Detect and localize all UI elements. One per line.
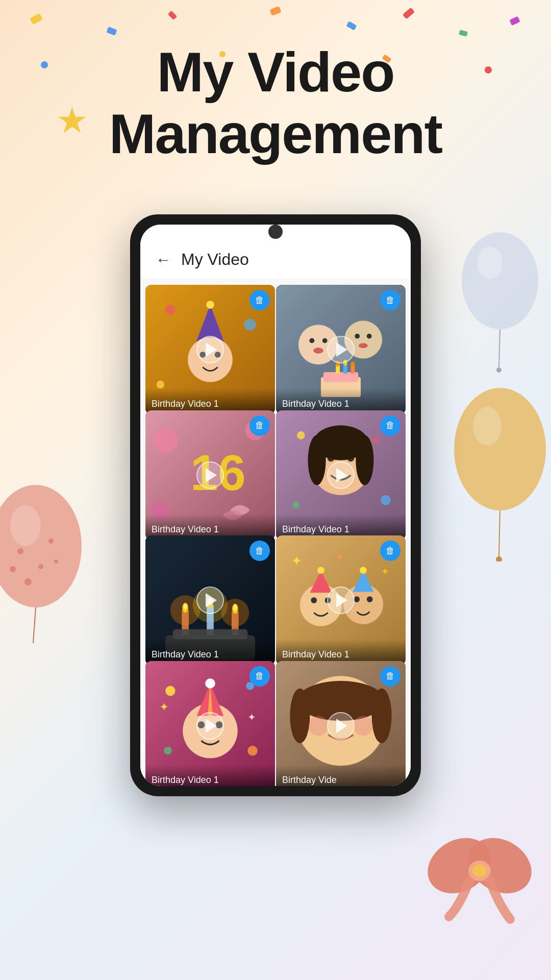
phone-screen: ← My Video: [140, 225, 411, 786]
play-icon-4: [336, 468, 347, 482]
video-card-4[interactable]: 🗑 Birthday Video 1: [276, 410, 406, 540]
svg-point-7: [54, 559, 58, 564]
video-label-7: Birthday Video 1: [145, 765, 275, 787]
svg-point-31: [244, 318, 256, 330]
trash-icon-8: 🗑: [386, 671, 395, 681]
screen-title: My Video: [181, 250, 249, 269]
trash-icon-3: 🗑: [255, 420, 264, 431]
trash-icon-1: 🗑: [255, 295, 264, 306]
video-grid: 🗑 Birthday Video 1: [140, 280, 411, 786]
svg-point-40: [355, 334, 360, 339]
video-card-3[interactable]: 16 🗑: [145, 410, 275, 540]
svg-point-107: [205, 678, 215, 689]
video-card-2[interactable]: 🗑 Birthday Video 1: [276, 285, 406, 414]
play-button-6[interactable]: [327, 586, 355, 614]
play-button-5[interactable]: [196, 586, 224, 614]
svg-text:✦: ✦: [291, 553, 303, 569]
svg-point-30: [165, 305, 176, 315]
svg-point-65: [297, 431, 305, 439]
delete-button-4[interactable]: 🗑: [380, 415, 400, 436]
svg-point-16: [496, 556, 502, 561]
balloon-right-top: [454, 230, 546, 375]
svg-point-22: [472, 865, 487, 877]
svg-point-32: [156, 381, 164, 389]
svg-point-111: [247, 746, 258, 756]
svg-point-4: [24, 578, 32, 585]
video-card-8[interactable]: 🗑 Birthday Vide: [276, 661, 406, 787]
video-card-1[interactable]: 🗑 Birthday Video 1: [145, 285, 275, 414]
svg-point-124: [290, 688, 310, 743]
svg-text:✦: ✦: [159, 700, 169, 713]
svg-point-12: [496, 368, 502, 373]
svg-point-88: [311, 597, 317, 603]
svg-text:✦: ✦: [247, 712, 256, 723]
svg-point-67: [381, 495, 391, 505]
balloon-left-large: [0, 485, 87, 650]
svg-point-50: [351, 361, 355, 368]
svg-point-91: [317, 567, 324, 574]
play-button-8[interactable]: [327, 712, 355, 740]
play-icon-6: [336, 593, 347, 607]
svg-point-108: [165, 685, 176, 696]
svg-point-68: [292, 501, 299, 508]
play-button-4[interactable]: [327, 461, 355, 489]
delete-button-2[interactable]: 🗑: [380, 290, 400, 310]
svg-line-15: [499, 510, 500, 556]
play-icon-7: [206, 719, 217, 733]
svg-point-54: [153, 428, 178, 453]
trash-icon-2: 🗑: [386, 295, 395, 306]
svg-text:✦: ✦: [381, 566, 390, 578]
svg-point-38: [313, 348, 323, 354]
svg-point-6: [10, 566, 16, 572]
svg-point-66: [373, 437, 379, 443]
delete-button-6[interactable]: 🗑: [380, 541, 400, 561]
delete-button-1[interactable]: 🗑: [249, 290, 270, 310]
balloon-right-mid: [449, 383, 551, 564]
svg-point-36: [309, 338, 314, 344]
phone-frame: ← My Video: [130, 214, 421, 796]
play-icon-8: [336, 719, 347, 733]
svg-point-9: [462, 232, 538, 329]
video-card-5[interactable]: 🗑 Birthday Video 1: [145, 535, 275, 665]
svg-point-10: [477, 247, 503, 279]
back-button[interactable]: ←: [156, 251, 171, 268]
bow-decoration: [423, 825, 536, 929]
svg-rect-84: [173, 629, 248, 640]
svg-point-64: [356, 435, 373, 485]
svg-rect-44: [323, 372, 358, 382]
play-button-7[interactable]: [196, 712, 224, 740]
svg-point-2: [17, 548, 23, 554]
svg-point-37: [322, 338, 328, 344]
video-label-8: Birthday Vide: [276, 765, 406, 787]
delete-button-8[interactable]: 🗑: [380, 666, 400, 687]
phone-notch: [268, 225, 283, 239]
trash-icon-4: 🗑: [386, 420, 395, 431]
svg-point-63: [308, 435, 326, 485]
svg-point-125: [372, 688, 392, 743]
svg-point-41: [367, 334, 372, 339]
svg-point-1: [10, 505, 41, 546]
star-decoration: ★: [56, 100, 88, 141]
play-button-2[interactable]: [327, 336, 355, 363]
play-button-1[interactable]: [196, 336, 224, 363]
svg-point-14: [473, 407, 502, 446]
play-button-3[interactable]: [196, 461, 224, 489]
svg-point-126: [309, 716, 329, 736]
svg-point-94: [367, 596, 373, 602]
trash-icon-6: 🗑: [386, 546, 395, 556]
play-icon-2: [336, 342, 347, 357]
trash-icon-5: 🗑: [255, 546, 264, 556]
svg-point-26: [206, 301, 214, 309]
video-card-7[interactable]: ✦ ✦ 🗑 Birthday Video 1: [145, 661, 275, 787]
delete-button-5[interactable]: 🗑: [249, 541, 270, 561]
svg-text:✦: ✦: [336, 552, 343, 562]
svg-point-93: [354, 596, 360, 602]
svg-point-96: [360, 567, 367, 574]
svg-point-78: [184, 604, 187, 610]
svg-line-8: [33, 607, 36, 643]
svg-point-13: [454, 388, 546, 510]
video-card-6[interactable]: ✦ ✦ ✦ 🗑 Birthday Video 1: [276, 535, 406, 665]
play-icon-3: [206, 468, 217, 482]
delete-button-3[interactable]: 🗑: [249, 415, 270, 436]
delete-button-7[interactable]: 🗑: [249, 666, 270, 687]
